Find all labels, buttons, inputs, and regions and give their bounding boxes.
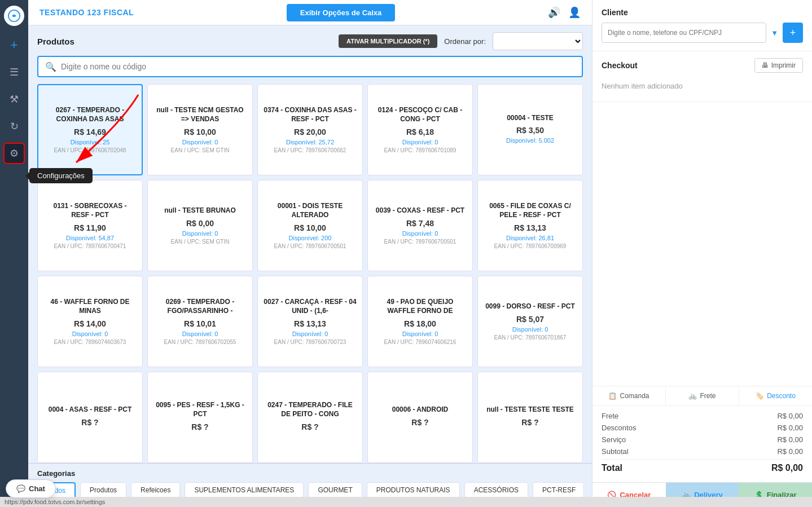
statusbar-url: https://pdv.food.totvs.com.br/settings [5,499,105,505]
cliente-input[interactable] [602,23,766,43]
dropdown-icon[interactable]: ▼ [771,29,778,37]
product-name: 0131 - SOBRECOXAS - RESF - PCT [43,202,137,219]
product-card[interactable]: 0267 - TEMPERADO - COXINHA DAS ASAS R$ 1… [37,84,143,175]
product-card[interactable]: null - TESTE TESTE TESTE R$ ? [477,372,583,463]
subtotal-value: R$ 0,00 [777,447,803,456]
sidebar-item-list[interactable]: ☰ [3,61,25,83]
search-icon: 🔍 [45,61,56,72]
exibir-opcoes-caixa-button[interactable]: Exibir Opções de Caixa [287,4,396,21]
frete-value: R$ 0,00 [777,412,803,420]
statusbar: https://pdv.food.totvs.com.br/settings [0,497,812,507]
chat-icon: 💬 [16,484,25,493]
checkout-section: Checkout 🖶 Imprimir Nenhum item adiciona… [592,51,812,102]
product-price: R$ 7,48 [374,219,467,228]
product-name: null - TESTE NCM GESTAO => VENDAS [153,106,247,124]
product-ean: EAN / UPC: 7897606701089 [374,147,467,153]
tab-desconto[interactable]: 🏷️ Desconto [739,386,812,405]
product-available: Disponível: 0 [374,139,467,146]
app-logo[interactable] [4,6,24,26]
app-title: TESTANDO 123 FISCAL [39,8,134,17]
total-value: R$ 0,00 [771,463,803,473]
product-ean: EAN / UPC: SEM GTIN [153,239,247,245]
cliente-input-row: ▼ + [602,23,803,43]
products-title: Produtos [37,37,74,46]
product-available: Disponível: 25 [44,139,136,146]
product-price: R$ ? [153,422,247,431]
search-input[interactable] [61,62,575,71]
user-icon[interactable]: 👤 [568,6,581,19]
product-name: 00001 - DOIS TESTE ALTERADO [264,202,357,219]
product-price: R$ ? [374,418,467,427]
tab-frete[interactable]: 🚲 Frete [666,386,739,405]
product-card[interactable]: null - TESTE NCM GESTAO => VENDAS R$ 10,… [147,84,253,175]
product-name: null - TESTE TESTE TESTE [484,405,577,415]
right-panel: Cliente ▼ + Checkout 🖶 Imprimir Nenhum i… [592,0,812,507]
add-cliente-button[interactable]: + [783,23,803,43]
frete-label: Frete [602,412,618,420]
sidebar-item-settings[interactable]: ⚙ [3,143,25,164]
settings-tooltip: Configurações [29,168,93,183]
sidebar-item-add[interactable]: + [3,34,25,56]
comanda-icon: 📋 [608,392,617,400]
product-card[interactable]: 0039 - COXAS - RESF - PCT R$ 7,48 Dispon… [367,180,473,271]
sidebar-item-history[interactable]: ↻ [3,116,25,137]
product-ean: EAN / UPC: 7897606702055 [153,339,247,345]
product-name: null - TESTE BRUNAO [153,206,247,215]
product-card[interactable]: 00001 - DOIS TESTE ALTERADO R$ 10,00 Dis… [257,180,363,271]
add-user-icon: + [790,27,796,39]
tab-frete-label: Frete [700,392,716,400]
product-card[interactable]: 0269 - TEMPERADO - FGO/PASSARINHO - R$ 1… [147,276,253,367]
product-card[interactable]: 0131 - SOBRECOXAS - RESF - PCT R$ 11,90 … [37,180,143,271]
product-card[interactable]: 0247 - TEMPERADO - FILE DE PEITO - CONG … [257,372,363,463]
product-ean: EAN / UPC: 7897606702048 [44,147,136,153]
product-ean: EAN / UPC: SEM GTIN [153,147,247,153]
imprimir-button[interactable]: 🖶 Imprimir [754,58,803,73]
topbar-center: Exibir Opções de Caixa [143,4,539,21]
tab-comanda[interactable]: 📋 Comanda [592,386,666,405]
product-card[interactable]: 0374 - COXINHA DAS ASAS - RESF - PCT R$ … [257,84,363,175]
product-card[interactable]: 0099 - DORSO - RESF - PCT R$ 5,07 Dispon… [477,276,583,367]
product-card[interactable]: 0065 - FILE DE COXAS C/ PELE - RESF - PC… [477,180,583,271]
product-price: R$ 3,50 [484,126,577,135]
desconto-icon: 🏷️ [756,392,764,400]
product-price: R$ 6,18 [374,127,467,136]
product-card[interactable]: 0004 - ASAS - RESF - PCT R$ ? [37,372,143,463]
multiplicador-button[interactable]: ATIVAR MULTIPLICADOR (*) [339,34,437,48]
product-card[interactable]: 00006 - ANDROID R$ ? [367,372,473,463]
product-price: R$ 13,13 [484,223,577,232]
sidebar-item-tools[interactable]: ⚒ [3,89,25,110]
product-ean: EAN / UPC: 7897606700471 [43,243,137,249]
product-price: R$ 11,90 [43,223,137,232]
product-available: Disponível: 0 [374,330,467,337]
totals-section: Frete R$ 0,00 Descontos R$ 0,00 Serviço … [592,406,812,482]
ordenar-select[interactable]: Nome Preço [493,32,583,50]
total-row-grand: Total R$ 0,00 [602,459,803,473]
product-price: R$ 20,00 [264,127,357,136]
product-card[interactable]: 0124 - PESCOÇO C/ CAB - CONG - PCT R$ 6,… [367,84,473,175]
product-card[interactable]: null - TESTE BRUNAO R$ 0,00 Disponível: … [147,180,253,271]
audio-icon[interactable]: 🔊 [548,6,560,19]
product-card[interactable]: 46 - WAFFLE FORNO DE MINAS R$ 14,00 Disp… [37,276,143,367]
product-name: 49 - PAO DE QUEIJO WAFFLE FORNO DE [374,298,467,315]
product-ean: EAN / UPC: 7897606700662 [264,147,357,153]
product-name: 0247 - TEMPERADO - FILE DE PEITO - CONG [264,401,357,418]
product-ean: EAN / UPC: 7897606700723 [264,339,357,345]
product-name: 00006 - ANDROID [374,405,467,415]
product-card[interactable]: 0027 - CARCAÇA - RESF - 04 UNID - (1,6- … [257,276,363,367]
categories-label: Categorias [37,469,583,478]
product-card[interactable]: 00004 - TESTE R$ 3,50 Disponível: 5.002 [477,84,583,175]
product-ean: EAN / UPC: 7896074603673 [43,339,137,345]
product-price: R$ ? [264,422,357,431]
product-available: Disponível: 54,87 [43,235,137,241]
product-card[interactable]: 49 - PAO DE QUEIJO WAFFLE FORNO DE R$ 18… [367,276,473,367]
product-card[interactable]: 0095 - PES - RESF - 1,5KG - PCT R$ ? [147,372,253,463]
product-price: R$ 13,13 [264,319,357,328]
product-price: R$ 10,00 [153,127,247,136]
chat-button[interactable]: 💬 Chat [6,479,56,498]
action-tabs: 📋 Comanda 🚲 Frete 🏷️ Desconto [592,386,812,406]
product-price: R$ ? [43,418,137,427]
total-label: Total [602,463,622,473]
topbar-right: 🔊 👤 [548,6,581,19]
product-available: Disponível: 0 [264,330,357,337]
product-ean: EAN / UPC: 7897606700501 [374,239,467,245]
